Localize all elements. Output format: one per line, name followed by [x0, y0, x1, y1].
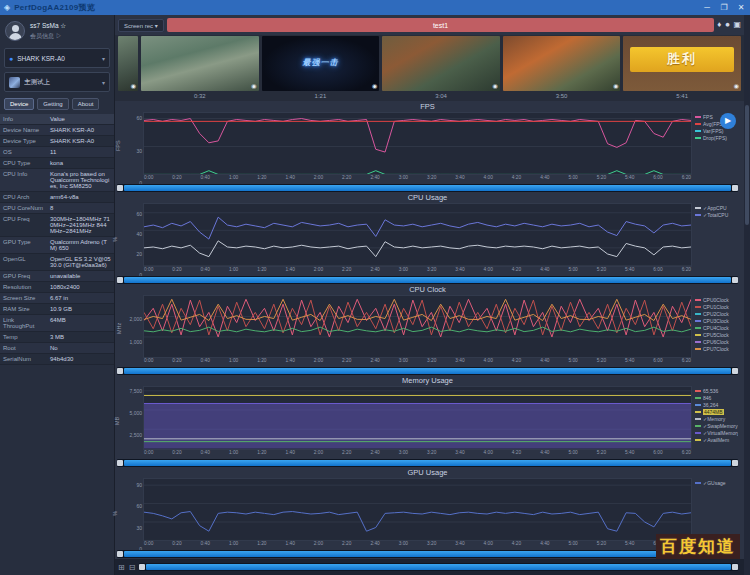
- legend-label: 65,536: [703, 388, 718, 394]
- victory-banner-text: 胜利: [667, 50, 697, 68]
- legend-item[interactable]: CPU2Clock: [695, 311, 738, 317]
- video-thumbnail[interactable]: ◉: [118, 36, 138, 101]
- x-tick: 3:00: [399, 175, 408, 183]
- legend-item[interactable]: CPU5Clock: [695, 332, 738, 338]
- legend-swatch: [695, 439, 701, 441]
- vertical-scrollbar[interactable]: [744, 15, 750, 575]
- video-thumbnail[interactable]: ◉0:32: [141, 36, 259, 101]
- y-tick-labels: 03060: [124, 112, 142, 183]
- y-axis: MHz1,0002,000: [117, 295, 143, 366]
- chevron-down-icon: ▾: [102, 55, 105, 62]
- tab-about[interactable]: About: [72, 98, 100, 110]
- test-session-bar[interactable]: test1: [167, 18, 715, 32]
- app-selector[interactable]: 主测试上 ▾: [4, 72, 110, 92]
- video-thumbnail[interactable]: ◉3:50: [503, 36, 621, 101]
- legend-item[interactable]: ✓GUsage: [695, 480, 738, 486]
- chart-svg-cpu-usage[interactable]: [143, 203, 692, 266]
- x-tick: 2:20: [342, 267, 351, 275]
- video-thumbnail[interactable]: 胜利◉5:41: [623, 36, 741, 101]
- screen-rec-tab[interactable]: Screen rec ▾: [118, 19, 164, 32]
- device-selector[interactable]: ● SHARK KSR-A0 ▾: [4, 48, 110, 68]
- minimize-icon[interactable]: ─: [702, 3, 712, 12]
- legend-item[interactable]: Drop(FPS): [695, 135, 738, 141]
- legend-item[interactable]: ✓AvailMem: [695, 437, 738, 443]
- table-row: CPU CoreNum8: [0, 203, 114, 214]
- grid-toggle-icon[interactable]: ⊞: [118, 563, 125, 572]
- x-tick: 4:00: [484, 267, 493, 275]
- legend-item[interactable]: ✓TotalCPU: [695, 212, 738, 218]
- star-icon: ☆: [60, 22, 66, 29]
- row-label: Screen Size: [0, 293, 47, 303]
- legend-item[interactable]: CPU3Clock: [695, 318, 738, 324]
- legend-swatch: [695, 327, 701, 329]
- range-slider[interactable]: [117, 367, 738, 375]
- legend-item[interactable]: CPU4Clock: [695, 325, 738, 331]
- chart-svg-gpu-usage[interactable]: [143, 478, 692, 541]
- x-tick: 2:20: [342, 175, 351, 183]
- legend-item[interactable]: CPU1Clock: [695, 304, 738, 310]
- x-tick: 2:40: [370, 541, 379, 549]
- x-tick: 2:00: [314, 358, 323, 366]
- legend-item[interactable]: ✓VirtualMemory: [695, 430, 738, 436]
- legend-item[interactable]: Var(FPS): [695, 128, 738, 134]
- x-tick: 4:00: [484, 358, 493, 366]
- camera-icon[interactable]: ◉: [734, 82, 739, 89]
- range-slider[interactable]: [117, 276, 738, 284]
- user-card[interactable]: ss7 SsMa ☆ 会员信息 ▷: [0, 15, 114, 46]
- camera-icon[interactable]: ◉: [613, 82, 618, 89]
- screenshot-icon[interactable]: ▣: [733, 20, 741, 30]
- x-tick: 5:20: [597, 450, 606, 458]
- x-tick: 0:00: [144, 541, 153, 549]
- thumbnail-image: ◉: [382, 36, 500, 91]
- legend-item[interactable]: 65,536: [695, 388, 738, 394]
- window-titlebar: ◈ PerfDogAA2109预览 ─ ❐ ✕: [0, 0, 750, 15]
- video-thumbnail[interactable]: 最强一击◉1:21: [262, 36, 380, 101]
- y-tick: 5,000: [129, 410, 142, 416]
- legend-item[interactable]: 4474MB: [695, 409, 738, 415]
- range-slider[interactable]: [117, 184, 738, 192]
- maximize-icon[interactable]: ❐: [719, 3, 729, 12]
- x-tick: 3:20: [427, 175, 436, 183]
- legend-item[interactable]: ✓Memory: [695, 416, 738, 422]
- play-button[interactable]: ▶: [720, 113, 736, 129]
- x-tick: 4:00: [484, 541, 493, 549]
- x-tick: 3:20: [427, 541, 436, 549]
- legend-label: ✓VirtualMemory: [703, 430, 738, 436]
- chart-svg-memory-usage[interactable]: [143, 386, 692, 449]
- legend-item[interactable]: ✓SwapMemory: [695, 423, 738, 429]
- x-tick: 1:20: [257, 358, 266, 366]
- legend-swatch: [695, 306, 701, 308]
- legend-item[interactable]: CPU0Clock: [695, 297, 738, 303]
- legend-item[interactable]: 36,264: [695, 402, 738, 408]
- chart-svg-cpu-clock[interactable]: [143, 295, 692, 358]
- charts-area: FPSFPS030600:000:200:401:001:201:402:002…: [115, 101, 744, 559]
- legend-item[interactable]: CPU6Clock: [695, 339, 738, 345]
- legend-item[interactable]: CPU7Clock: [695, 346, 738, 352]
- x-tick: 0:20: [172, 541, 181, 549]
- tab-getting[interactable]: Getting: [37, 98, 68, 110]
- table-row: GPU TypeQualcomm Adreno (TM) 650: [0, 237, 114, 254]
- legend-item[interactable]: ✓AppCPU: [695, 205, 738, 211]
- camera-icon[interactable]: ◉: [251, 82, 256, 89]
- vertical-scrollbar-thumb[interactable]: [745, 105, 749, 225]
- row-value: SHARK KSR-A0: [47, 136, 114, 146]
- test-session-label: test1: [433, 22, 448, 29]
- range-slider[interactable]: [117, 550, 738, 558]
- camera-icon[interactable]: ◉: [493, 82, 498, 89]
- legend-item[interactable]: 846: [695, 395, 738, 401]
- close-icon[interactable]: ✕: [736, 3, 746, 12]
- record-icon[interactable]: ⏺: [725, 20, 729, 30]
- camera-icon[interactable]: ◉: [372, 82, 377, 89]
- video-thumbnail[interactable]: ◉3:04: [382, 36, 500, 101]
- range-slider[interactable]: [117, 459, 738, 467]
- y-tick: 60: [136, 211, 142, 217]
- mic-icon[interactable]: ♦: [717, 20, 721, 30]
- row-value: No: [47, 343, 114, 353]
- chart-svg-fps[interactable]: [143, 112, 692, 175]
- horizontal-scrollbar[interactable]: [139, 563, 738, 571]
- layers-toggle-icon[interactable]: ⊟: [129, 563, 136, 572]
- chart-body: MB2,5005,0007,5000:000:200:401:001:201:4…: [117, 386, 738, 457]
- camera-icon[interactable]: ◉: [131, 82, 136, 89]
- tab-device[interactable]: Device: [4, 98, 34, 110]
- legend-swatch: [695, 404, 701, 406]
